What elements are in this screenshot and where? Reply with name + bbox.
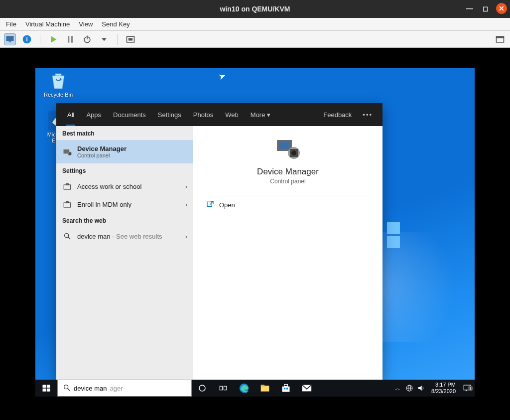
taskbar-mail[interactable] bbox=[296, 380, 317, 397]
settings-header: Settings bbox=[56, 163, 193, 177]
search-results-list: Best match Device Manager Control panel … bbox=[56, 126, 193, 380]
svg-text:i: i bbox=[26, 36, 27, 42]
svg-line-24 bbox=[68, 237, 70, 239]
svg-marker-9 bbox=[102, 38, 107, 41]
start-button[interactable] bbox=[35, 380, 57, 397]
tab-settings[interactable]: Settings bbox=[152, 103, 187, 126]
divider bbox=[207, 195, 370, 195]
chevron-right-icon: › bbox=[185, 183, 187, 190]
tab-all[interactable]: All bbox=[61, 103, 80, 126]
windows-logo-icon bbox=[42, 384, 51, 393]
svg-rect-0 bbox=[6, 36, 14, 41]
network-icon[interactable] bbox=[403, 384, 415, 392]
svg-rect-47 bbox=[286, 388, 288, 389]
svg-rect-45 bbox=[284, 385, 288, 387]
taskbar-edge[interactable] bbox=[234, 380, 255, 397]
info-icon[interactable]: i bbox=[21, 33, 33, 45]
tab-photos[interactable]: Photos bbox=[187, 103, 219, 126]
tab-apps[interactable]: Apps bbox=[80, 103, 107, 126]
search-icon bbox=[62, 231, 72, 241]
host-toolbar: i bbox=[0, 31, 510, 48]
tab-documents[interactable]: Documents bbox=[107, 103, 152, 126]
svg-point-29 bbox=[291, 150, 296, 155]
svg-rect-30 bbox=[207, 202, 212, 206]
taskbar-search-input[interactable]: device manager bbox=[57, 380, 192, 397]
feedback-link[interactable]: Feedback bbox=[317, 111, 358, 119]
svg-line-37 bbox=[68, 389, 70, 391]
menu-file[interactable]: File bbox=[6, 20, 16, 28]
menu-sendkey[interactable]: Send Key bbox=[102, 20, 129, 28]
taskbar-explorer[interactable] bbox=[255, 380, 275, 397]
taskbar-clock[interactable]: 3:17 PM 8/23/2020 bbox=[427, 382, 460, 395]
svg-rect-39 bbox=[220, 386, 222, 390]
host-window: win10 on QEMU/KVM — ◻ ✕ File Virtual Mac… bbox=[0, 0, 510, 420]
tab-web[interactable]: Web bbox=[219, 103, 245, 126]
windows-light-beam bbox=[375, 232, 475, 342]
result-label: Enroll in MDM only bbox=[77, 201, 131, 208]
preview-sub: Control panel bbox=[270, 178, 305, 185]
search-icon bbox=[63, 384, 71, 393]
play-icon[interactable] bbox=[47, 33, 59, 45]
web-header: Search the web bbox=[56, 213, 193, 227]
pause-icon[interactable] bbox=[64, 33, 76, 45]
briefcase-icon bbox=[62, 181, 72, 191]
open-icon bbox=[206, 200, 214, 210]
open-label: Open bbox=[219, 201, 235, 209]
taskbar-store[interactable] bbox=[275, 380, 296, 397]
svg-rect-32 bbox=[43, 385, 46, 388]
desktop-recycle-bin[interactable]: Recycle Bin bbox=[41, 71, 75, 98]
menu-view[interactable]: View bbox=[79, 20, 93, 28]
svg-rect-1 bbox=[9, 41, 11, 42]
svg-rect-42 bbox=[261, 386, 269, 392]
result-access-work[interactable]: Access work or school › bbox=[56, 177, 193, 195]
search-more-icon[interactable]: ••• bbox=[358, 111, 378, 119]
svg-rect-5 bbox=[68, 36, 69, 42]
action-center-button[interactable]: 1 bbox=[460, 384, 475, 393]
notification-badge: 1 bbox=[468, 386, 473, 391]
svg-point-36 bbox=[64, 385, 68, 389]
windows-logo-fragment bbox=[387, 222, 400, 248]
host-menubar: File Virtual Machine View Send Key bbox=[0, 18, 510, 31]
tray-chevron-up-icon[interactable]: ︿ bbox=[391, 385, 403, 392]
result-label: device man - See web results bbox=[77, 233, 162, 240]
svg-marker-4 bbox=[51, 36, 57, 42]
screenshot-icon[interactable] bbox=[494, 33, 506, 45]
svg-rect-21 bbox=[64, 203, 71, 207]
result-enroll-mdm[interactable]: Enroll in MDM only › bbox=[56, 195, 193, 213]
chevron-right-icon: › bbox=[185, 233, 187, 240]
svg-rect-13 bbox=[497, 36, 504, 38]
fullscreen-icon[interactable] bbox=[125, 33, 136, 45]
result-device-manager[interactable]: Device Manager Control panel bbox=[56, 140, 193, 163]
mouse-cursor-icon: ➤ bbox=[217, 70, 228, 83]
result-sub: Control panel bbox=[77, 152, 127, 158]
task-view-button[interactable] bbox=[213, 380, 234, 397]
svg-point-38 bbox=[199, 385, 205, 391]
tab-more[interactable]: More ▾ bbox=[245, 103, 276, 126]
search-typed-text: device man bbox=[74, 385, 107, 392]
windows-desktop[interactable]: Recycle Bin Microsoft Edge ➤ All Apps Do… bbox=[35, 68, 475, 397]
svg-rect-44 bbox=[282, 387, 290, 392]
clock-time: 3:17 PM bbox=[431, 382, 456, 388]
monitor-icon[interactable] bbox=[4, 33, 16, 45]
recycle-bin-icon bbox=[48, 71, 68, 91]
result-web-search[interactable]: device man - See web results › bbox=[56, 227, 193, 245]
open-action[interactable]: Open bbox=[206, 200, 235, 210]
svg-rect-11 bbox=[128, 38, 132, 40]
maximize-button[interactable]: ◻ bbox=[480, 3, 491, 14]
cortana-button[interactable] bbox=[192, 380, 213, 397]
svg-rect-6 bbox=[71, 36, 73, 42]
preview-title: Device Manager bbox=[257, 167, 319, 177]
search-preview-pane: Device Manager Control panel Open bbox=[193, 126, 382, 380]
dropdown-arrow-icon[interactable] bbox=[98, 33, 110, 45]
best-match-header: Best match bbox=[56, 126, 193, 140]
power-icon[interactable] bbox=[81, 33, 93, 45]
minimize-button[interactable]: — bbox=[464, 3, 475, 14]
menu-vm[interactable]: Virtual Machine bbox=[25, 20, 70, 28]
close-button[interactable]: ✕ bbox=[496, 3, 507, 14]
result-title: Device Manager bbox=[77, 145, 127, 152]
vm-viewport: Recycle Bin Microsoft Edge ➤ All Apps Do… bbox=[0, 48, 510, 420]
start-search-panel: All Apps Documents Settings Photos Web M… bbox=[56, 103, 382, 380]
desktop-recycle-bin-label: Recycle Bin bbox=[41, 92, 75, 98]
svg-rect-33 bbox=[47, 385, 50, 388]
volume-icon[interactable] bbox=[415, 384, 427, 392]
